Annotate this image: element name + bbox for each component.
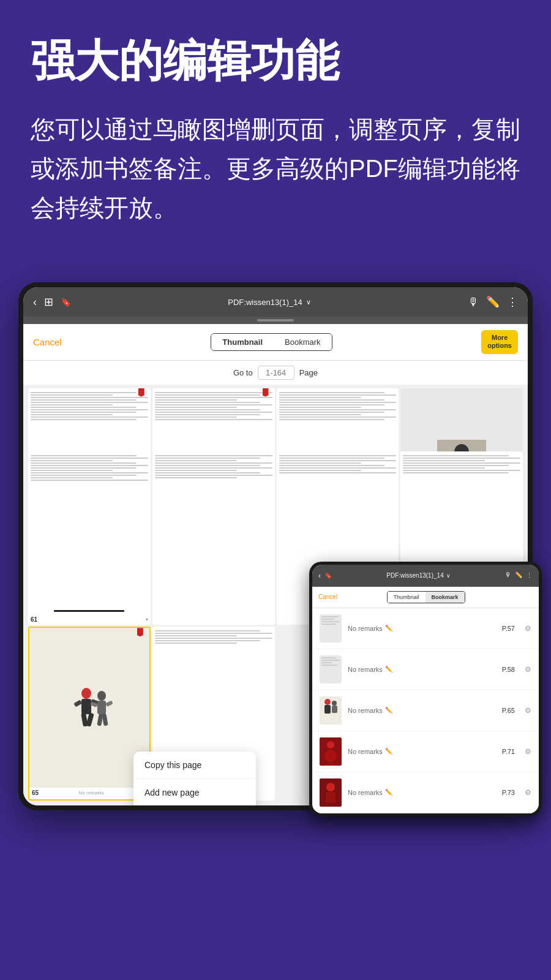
device-section: ‹ ⊞ 🔖 PDF:wissen13(1)_14 ∨ 🎙 ✏️ ⋮ — [0, 282, 551, 834]
svg-rect-30 — [332, 706, 337, 713]
svg-point-32 — [327, 741, 334, 748]
bookmark-edit-65[interactable]: ✏️ — [385, 707, 392, 714]
copy-page-item[interactable]: Copy this page — [133, 752, 256, 779]
page-bar-61 — [54, 610, 124, 612]
small-back-icon[interactable]: ‹ — [318, 571, 321, 580]
mic-icon[interactable]: 🎙 — [468, 296, 479, 309]
remark-65: No remarks — [79, 790, 104, 796]
bookmark-thumb-58 — [320, 655, 342, 684]
tab-bookmark[interactable]: Bookmark — [274, 334, 332, 350]
bookmark-info-73: No remarks ✏️ — [348, 789, 496, 796]
bookmark-list: No remarks ✏️ P.57 ⚙ — [312, 608, 539, 813]
thumb-image-61 — [28, 451, 151, 614]
goto-bar: Go to Page — [23, 361, 528, 385]
hero-section: 强大的编辑功能 您可以通过鸟瞰图增删页面，调整页序，复制或添加书签备注。更多高级… — [0, 0, 551, 282]
svg-point-27 — [324, 699, 331, 705]
thumb-image-65 — [29, 628, 149, 788]
bookmark-page-73: P.73 — [502, 789, 515, 796]
svg-rect-36 — [326, 792, 335, 803]
bookmark-item-57[interactable]: No remarks ✏️ P.57 ⚙ — [312, 608, 539, 649]
text-lines-61 — [31, 455, 148, 610]
svg-rect-28 — [324, 705, 331, 714]
bookmark-flag-65 — [137, 628, 143, 636]
small-tablet-mockup: ‹ 🔖 PDF:wissen13(1)_14 ∨ 🎙 ✏️ ⋮ Cancel T… — [309, 562, 542, 816]
small-tab-group: Thumbnail Bookmark — [387, 591, 465, 603]
page-num-65: 65 — [32, 790, 39, 796]
bookmark-item-71[interactable]: No remarks ✏️ P.71 ⚙ — [312, 731, 539, 772]
bookmark-icon[interactable]: 🔖 — [61, 297, 71, 307]
small-action-bar: Cancel Thumbnail Bookmark — [312, 587, 539, 608]
svg-point-14 — [81, 688, 91, 699]
back-icon[interactable]: ‹ — [33, 296, 37, 309]
bookmark-text-65: No remarks — [348, 707, 383, 714]
bookmark-item-73[interactable]: No remarks ✏️ P.73 ⚙ — [312, 772, 539, 813]
bookmark-edit-73[interactable]: ✏️ — [385, 789, 392, 796]
topbar-left: ‹ ⊞ 🔖 — [33, 295, 71, 309]
bookmark-gear-73[interactable]: ⚙ — [525, 788, 531, 797]
pencil-icon[interactable]: ✏️ — [486, 295, 500, 309]
topbar-center: PDF:wissen13(1)_14 ∨ — [228, 298, 310, 307]
hero-title: 强大的编辑功能 — [31, 37, 520, 85]
bookmark-gear-65[interactable]: ⚙ — [525, 706, 531, 715]
bookmark-edit-57[interactable]: ✏️ — [385, 625, 392, 631]
bookmark-info-57: No remarks ✏️ — [348, 625, 496, 632]
bookmark-gear-58[interactable]: ⚙ — [525, 665, 531, 674]
small-bookmark-icon[interactable]: 🔖 — [324, 572, 332, 579]
bookmark-thumb-73 — [320, 778, 342, 807]
thumb-cell-62[interactable] — [152, 451, 275, 625]
small-topbar-center: PDF:wissen13(1)_14 ∨ — [386, 572, 450, 579]
dropdown-arrow[interactable]: ∨ — [306, 298, 311, 306]
small-mic-icon[interactable]: 🎙 — [505, 571, 511, 579]
thumb-cell-65[interactable]: 65 No remarks ▾ — [28, 627, 151, 800]
scroll-indicator — [257, 319, 294, 322]
grid-icon[interactable]: ⊞ — [44, 295, 53, 309]
bookmark-gear-71[interactable]: ⚙ — [525, 747, 531, 756]
bookmark-flag-58 — [263, 388, 269, 397]
bookmark-edit-58[interactable]: ✏️ — [385, 666, 392, 673]
action-bar: Cancel Thumbnail Bookmark More options — [23, 324, 528, 360]
bookmark-text-73: No remarks — [348, 789, 383, 796]
cancel-button[interactable]: Cancel — [33, 337, 62, 347]
small-cancel-button[interactable]: Cancel — [318, 594, 337, 600]
small-filename: PDF:wissen13(1)_14 — [386, 572, 443, 579]
thumb-image-62 — [152, 451, 275, 614]
text-lines-62 — [155, 455, 272, 612]
chevron-61[interactable]: ▾ — [146, 617, 148, 622]
small-dropdown-arrow[interactable]: ∨ — [446, 573, 451, 579]
more-icon[interactable]: ⋮ — [507, 295, 518, 309]
svg-rect-15 — [81, 699, 91, 714]
bookmark-text-57: No remarks — [348, 625, 383, 632]
svg-point-35 — [326, 783, 335, 791]
bookmark-flag-57 — [138, 388, 144, 397]
small-more-icon[interactable]: ⋮ — [526, 571, 533, 579]
bookmark-page-65: P.65 — [502, 707, 515, 714]
hero-description: 您可以通过鸟瞰图增删页面，调整页序，复制或添加书签备注。更多高级的PDF编辑功能… — [31, 110, 520, 227]
bookmark-gear-57[interactable]: ⚙ — [525, 624, 531, 633]
bookmark-thumb-57 — [320, 614, 342, 643]
bookmark-page-57: P.57 — [502, 625, 515, 632]
thumb-label-62 — [152, 614, 275, 618]
bookmark-thumb-71 — [320, 737, 342, 766]
tab-thumbnail[interactable]: Thumbnail — [211, 334, 274, 350]
page-num-61: 61 — [31, 616, 37, 623]
more-options-button[interactable]: More options — [481, 330, 518, 353]
bookmark-page-58: P.58 — [502, 666, 515, 673]
app-topbar: ‹ ⊞ 🔖 PDF:wissen13(1)_14 ∨ 🎙 ✏️ ⋮ — [23, 287, 528, 317]
add-page-item[interactable]: Add new page — [133, 779, 256, 805]
filename-label: PDF:wissen13(1)_14 — [228, 298, 302, 307]
small-tab-thumbnail[interactable]: Thumbnail — [388, 592, 425, 603]
thumb-cell-61[interactable]: 61 ▾ — [28, 451, 151, 625]
small-topbar-right: 🎙 ✏️ ⋮ — [505, 571, 533, 579]
small-tablet-screen: ‹ 🔖 PDF:wissen13(1)_14 ∨ 🎙 ✏️ ⋮ Cancel T… — [312, 565, 539, 813]
bookmark-info-58: No remarks ✏️ — [348, 666, 496, 673]
small-tab-bookmark[interactable]: Bookmark — [425, 592, 465, 603]
bookmark-edit-71[interactable]: ✏️ — [385, 748, 392, 755]
bookmark-page-71: P.71 — [502, 748, 515, 755]
topbar-right: 🎙 ✏️ ⋮ — [468, 295, 518, 309]
small-pencil-icon[interactable]: ✏️ — [515, 571, 522, 579]
page-input[interactable] — [258, 366, 294, 380]
bookmark-item-65[interactable]: No remarks ✏️ P.65 ⚙ — [312, 690, 539, 731]
bookmark-item-58[interactable]: No remarks ✏️ P.58 ⚙ — [312, 649, 539, 690]
goto-suffix: Page — [299, 368, 318, 377]
bookmark-info-71: No remarks ✏️ — [348, 748, 496, 755]
